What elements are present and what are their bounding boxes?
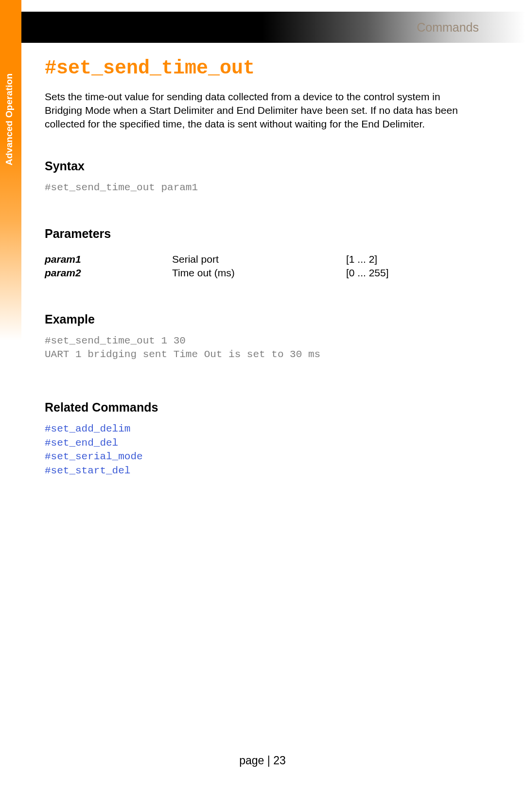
example-code: #set_send_time_out 1 30 UART 1 bridging … bbox=[45, 334, 479, 362]
section-heading-example: Example bbox=[45, 312, 479, 326]
section-heading-related: Related Commands bbox=[45, 400, 479, 415]
example-block: Example #set_send_time_out 1 30 UART 1 b… bbox=[45, 312, 479, 362]
related-link[interactable]: #set_start_del bbox=[45, 464, 479, 478]
related-link[interactable]: #set_serial_mode bbox=[45, 450, 479, 464]
param-range: [0 ... 255] bbox=[346, 266, 479, 280]
related-link[interactable]: #set_add_delim bbox=[45, 422, 479, 436]
param-name: param1 bbox=[45, 253, 172, 266]
section-heading-parameters: Parameters bbox=[45, 227, 479, 241]
table-row: param2 Time out (ms) [0 ... 255] bbox=[45, 266, 479, 280]
parameters-table: param1 Serial port [1 ... 2] param2 Time… bbox=[45, 253, 479, 280]
parameters-block: Parameters param1 Serial port [1 ... 2] … bbox=[45, 227, 479, 280]
syntax-block: Syntax #set_send_time_out param1 bbox=[45, 159, 479, 195]
header-bar: Commands bbox=[0, 12, 525, 43]
table-row: param1 Serial port [1 ... 2] bbox=[45, 253, 479, 266]
param-desc: Time out (ms) bbox=[172, 266, 346, 280]
command-title: #set_send_time_out bbox=[45, 57, 479, 79]
param-desc: Serial port bbox=[172, 253, 346, 266]
header-section-title: Commands bbox=[417, 20, 479, 35]
param-name: param2 bbox=[45, 266, 172, 280]
page-content: #set_send_time_out Sets the time-out val… bbox=[45, 57, 479, 478]
related-link[interactable]: #set_end_del bbox=[45, 436, 479, 450]
syntax-code: #set_send_time_out param1 bbox=[45, 181, 479, 195]
sidebar-tab: Advanced Operation bbox=[0, 0, 21, 341]
section-heading-syntax: Syntax bbox=[45, 159, 479, 173]
related-commands-block: Related Commands #set_add_delim #set_end… bbox=[45, 400, 479, 477]
command-description: Sets the time-out value for sending data… bbox=[45, 90, 479, 131]
param-range: [1 ... 2] bbox=[346, 253, 479, 266]
sidebar-label: Advanced Operation bbox=[4, 73, 15, 165]
page-footer: page | 23 bbox=[0, 754, 525, 767]
related-commands-list: #set_add_delim #set_end_del #set_serial_… bbox=[45, 422, 479, 477]
